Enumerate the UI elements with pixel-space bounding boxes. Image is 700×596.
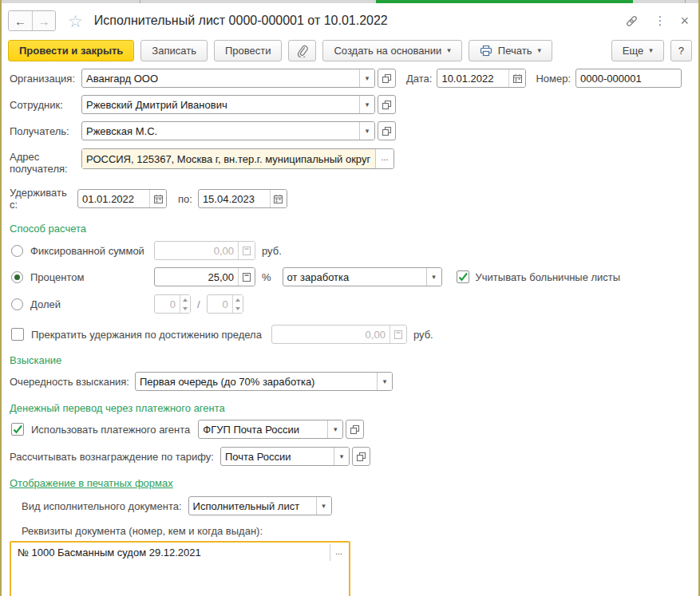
percent-base-dropdown-button[interactable]: ▾: [426, 268, 441, 286]
percent-calculator-button[interactable]: [238, 268, 255, 286]
print-button[interactable]: Печать ▾: [469, 40, 552, 61]
close-button[interactable]: ×: [680, 13, 689, 30]
kebab-menu-button[interactable]: ⋮: [654, 14, 666, 28]
use-agent-combo: ▾: [198, 420, 343, 439]
print-forms-header-link[interactable]: Отображение в печатных формах: [10, 477, 173, 489]
address-more-button[interactable]: ...: [375, 149, 394, 168]
number-input[interactable]: [575, 69, 682, 88]
org-dropdown-button[interactable]: ▾: [359, 69, 374, 87]
create-based-on-button[interactable]: Создать на основании ▾: [322, 40, 461, 61]
date-input[interactable]: [437, 69, 508, 87]
link-icon: [624, 14, 639, 29]
withhold-from-field: [77, 189, 167, 208]
address-field: ...: [81, 148, 394, 169]
org-open-button[interactable]: [378, 69, 396, 88]
page-title: Исполнительный лист 0000-000001 от 10.01…: [94, 14, 388, 28]
number-label: Номер:: [536, 73, 571, 85]
recipient-input[interactable]: [82, 122, 359, 140]
spinner-down-button[interactable]: [233, 304, 243, 313]
withhold-to-input[interactable]: [199, 190, 270, 207]
help-button[interactable]: ?: [670, 40, 692, 61]
attachments-button[interactable]: [288, 40, 316, 61]
chevron-down-icon: ▾: [322, 503, 326, 510]
requisites-more-button[interactable]: ...: [330, 544, 347, 561]
top-strip-green-segment: [376, 0, 633, 3]
tariff-open-button[interactable]: [352, 447, 370, 466]
share-radio[interactable]: [11, 298, 23, 310]
fixed-sum-input[interactable]: [155, 242, 238, 259]
withhold-to-calendar-button[interactable]: [270, 190, 287, 207]
use-agent-dropdown-button[interactable]: ▾: [327, 420, 342, 438]
employee-input[interactable]: [82, 96, 359, 113]
stop-limit-input[interactable]: [272, 326, 390, 343]
employee-label: Сотрудник:: [10, 99, 81, 111]
stop-limit-label: Прекратить удержания по достижению преде…: [31, 329, 262, 341]
post-button[interactable]: Провести: [214, 40, 283, 61]
stop-limit-checkbox[interactable]: [11, 328, 24, 341]
tariff-combo: ▾: [220, 447, 350, 466]
spinner-up-icon: [235, 298, 240, 302]
calendar-icon: [512, 73, 523, 84]
fixed-sum-calculator-button[interactable]: [238, 242, 255, 259]
collection-order-label: Очередность взыскания:: [10, 376, 129, 388]
recipient-open-button[interactable]: [378, 121, 396, 140]
share-numerator-input[interactable]: [155, 295, 180, 313]
document-form: Организация: ▾ Дата: Номер: Сотрудник:: [2, 69, 698, 596]
back-button[interactable]: ←: [9, 11, 32, 30]
use-agent-input[interactable]: [199, 420, 327, 438]
share-numerator-spinner: [154, 294, 191, 314]
calculator-icon: [242, 272, 251, 282]
printer-icon: [480, 45, 492, 57]
write-button[interactable]: Записать: [140, 40, 208, 61]
titlebar: ← → ☆ Исполнительный лист 0000-000001 от…: [2, 3, 698, 38]
doc-kind-input[interactable]: [189, 497, 316, 515]
open-icon: [356, 452, 366, 462]
payment-agent-header: Денежный перевод через платежного агента: [10, 402, 698, 414]
forward-button[interactable]: →: [32, 11, 55, 30]
more-button[interactable]: Еще ▾: [611, 40, 664, 61]
percent-base-input[interactable]: [283, 268, 426, 286]
spinner-up-button[interactable]: [180, 295, 190, 304]
share-denominator-spinner: [207, 294, 243, 314]
use-agent-checkbox[interactable]: [11, 423, 24, 436]
spinner-down-button[interactable]: [180, 304, 190, 313]
chevron-down-icon: ▾: [334, 426, 338, 433]
close-icon: ×: [680, 13, 689, 30]
spinner-down-icon: [183, 307, 188, 310]
requisites-textarea[interactable]: № 1000 Басманным судом 29.12.2021 ...: [10, 541, 350, 596]
share-denominator-input[interactable]: [208, 295, 232, 313]
date-label: Дата:: [406, 73, 432, 85]
requisites-label: Реквизиты документа (номер, кем и когда …: [22, 525, 263, 537]
employee-combo: ▾: [81, 95, 375, 114]
tariff-input[interactable]: [221, 448, 334, 465]
percent-radio[interactable]: [11, 271, 23, 283]
doc-kind-dropdown-button[interactable]: ▾: [316, 497, 331, 515]
use-agent-label: Использовать платежного агента: [31, 424, 190, 436]
stop-limit-field: [271, 325, 407, 344]
employee-open-button[interactable]: [378, 95, 396, 114]
favorite-star-icon[interactable]: ☆: [68, 13, 83, 30]
address-input[interactable]: [82, 149, 375, 168]
fixed-sum-radio[interactable]: [11, 245, 23, 257]
collection-order-dropdown-button[interactable]: ▾: [377, 373, 392, 390]
recipient-dropdown-button[interactable]: ▾: [359, 122, 374, 140]
tariff-dropdown-button[interactable]: ▾: [334, 448, 349, 465]
get-link-button[interactable]: [624, 14, 639, 29]
spinner-up-button[interactable]: [233, 295, 243, 304]
create-based-on-label: Создать на основании: [334, 45, 441, 57]
employee-dropdown-button[interactable]: ▾: [359, 96, 374, 113]
chevron-down-icon: ▾: [366, 128, 370, 135]
date-calendar-button[interactable]: [508, 69, 525, 87]
withhold-from-input[interactable]: [78, 190, 149, 207]
percent-input[interactable]: [155, 268, 238, 286]
org-input[interactable]: [82, 69, 359, 87]
open-icon: [350, 424, 360, 435]
stop-limit-calculator-button[interactable]: [390, 326, 406, 343]
sick-leave-checkbox[interactable]: [457, 270, 469, 283]
check-icon: [457, 271, 469, 282]
fixed-sum-label: Фиксированной суммой: [30, 245, 144, 257]
withhold-from-calendar-button[interactable]: [149, 190, 166, 207]
collection-order-input[interactable]: [136, 373, 377, 390]
post-and-close-button[interactable]: Провести и закрыть: [8, 40, 134, 61]
use-agent-open-button[interactable]: [346, 420, 364, 439]
